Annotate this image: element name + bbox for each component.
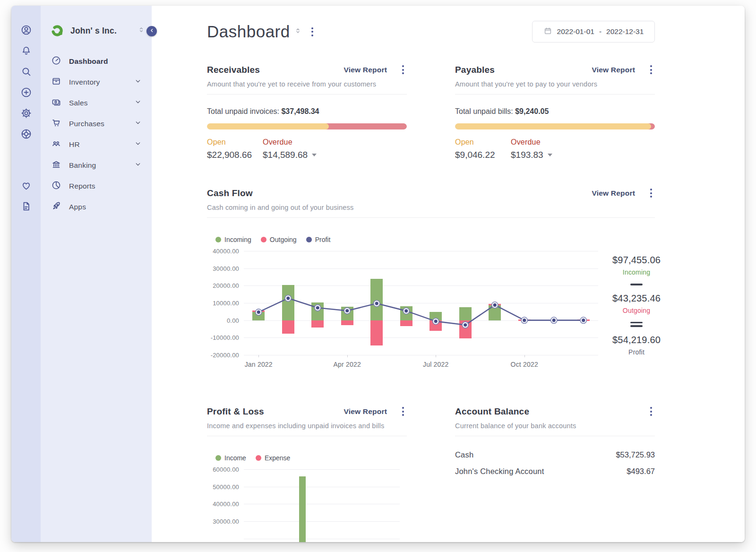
hr-people-icon	[51, 138, 61, 151]
profitloss-plot[interactable]	[244, 469, 400, 542]
overdue-amount: $14,589.68	[263, 150, 308, 160]
sidebar-item-banking[interactable]: Banking	[41, 155, 152, 176]
legend-item[interactable]: Outgoing	[261, 236, 297, 243]
account-balance-kebab-menu[interactable]	[647, 405, 655, 418]
profit-point-dot	[552, 319, 556, 322]
legend-label: Expense	[265, 454, 290, 462]
profit-line	[258, 298, 584, 325]
company-name[interactable]: John' s Inc.	[70, 26, 137, 36]
legend-item[interactable]: Profit	[306, 236, 331, 243]
x-tick-mark	[436, 355, 436, 357]
overdue-caret-icon[interactable]	[312, 154, 317, 156]
account-balance-value: $53,725.93	[616, 450, 655, 459]
profitloss-view-report-link[interactable]: View Report	[344, 407, 387, 416]
equals-sign	[630, 322, 643, 327]
cashflow-plot[interactable]	[244, 251, 598, 355]
heart-icon	[20, 180, 32, 193]
profitloss-kebab-menu[interactable]	[399, 405, 407, 418]
y-tick-label: 60000.00	[213, 466, 239, 473]
bar-income[interactable]	[299, 476, 306, 542]
overdue-label: Overdue	[511, 138, 567, 147]
gridline	[244, 521, 400, 522]
favorites-button[interactable]	[20, 180, 32, 192]
account-list: Cash $53,725.93 John's Checking Account …	[455, 447, 655, 480]
sidebar-item-purchases[interactable]: Purchases	[41, 113, 152, 134]
main-content: Dashboard 2022-01-01 - 2022-12-31 Receiv…	[152, 6, 745, 542]
chevron-down-icon	[135, 120, 141, 128]
company-selector[interactable]: John' s Inc.	[41, 6, 152, 38]
y-tick-label: 30000.00	[213, 518, 239, 525]
company-logo-icon	[50, 24, 64, 38]
payables-kebab-menu[interactable]	[647, 63, 655, 76]
sidebar-item-dashboard[interactable]: Dashboard	[41, 51, 152, 72]
gridline	[244, 487, 400, 487]
account-balance-title: Account Balance	[455, 406, 551, 417]
profit-total-label: Profit	[628, 348, 644, 356]
legend-item[interactable]: Income	[215, 454, 246, 462]
account-row[interactable]: Cash $53,725.93	[455, 447, 655, 463]
receivables-card: Receivables View Report Amount that you'…	[207, 63, 407, 160]
profit-point-dot	[257, 310, 260, 314]
title-sort-chevrons-icon[interactable]	[290, 26, 302, 38]
legend-dot-icon	[215, 455, 221, 461]
quick-add-button[interactable]	[20, 87, 32, 99]
notifications-button[interactable]	[20, 45, 32, 58]
account-row[interactable]: John's Checking Account $493.67	[455, 463, 655, 480]
legend-item[interactable]: Incoming	[215, 236, 251, 243]
document-icon	[20, 200, 32, 214]
x-tick-mark	[524, 355, 525, 357]
user-icon	[20, 24, 32, 38]
overdue-label: Overdue	[263, 138, 318, 147]
cashflow-view-report-link[interactable]: View Report	[592, 189, 636, 198]
divider	[207, 217, 655, 218]
inventory-box-icon	[51, 76, 61, 88]
sidebar-nav: Dashboard Inventory Sales Purchases HR	[41, 51, 152, 217]
profit-point-dot	[375, 302, 378, 305]
profitloss-y-axis: 60000.0050000.0040000.0030000.00	[207, 469, 244, 542]
account-balance-subtitle: Current balance of your bank accounts	[455, 422, 655, 430]
cashflow-kebab-menu[interactable]	[647, 187, 655, 199]
cashflow-legend: IncomingOutgoingProfit	[207, 236, 655, 243]
receivables-title: Receivables	[207, 65, 344, 75]
sidebar-item-sales[interactable]: Sales	[41, 93, 152, 113]
y-tick-label: 20000.00	[213, 282, 239, 289]
progress-overdue-segment	[326, 123, 407, 129]
sidebar-item-apps[interactable]: Apps	[41, 197, 152, 217]
y-tick-label: -10000.00	[211, 334, 239, 341]
user-button[interactable]	[20, 25, 32, 37]
dashboard-gauge-icon	[51, 55, 61, 68]
search-button[interactable]	[20, 66, 32, 78]
y-tick-label: 40000.00	[213, 500, 239, 508]
chevron-down-icon	[135, 161, 141, 170]
calendar-icon	[543, 26, 552, 37]
x-tick-label: Jan 2022	[245, 361, 273, 368]
settings-button[interactable]	[20, 108, 32, 120]
sidebar-item-hr[interactable]: HR	[41, 134, 152, 155]
cashflow-x-axis: Jan 2022Apr 2022Jul 2022Oct 2022	[244, 355, 598, 371]
date-range-picker[interactable]: 2022-01-01 - 2022-12-31	[532, 21, 655, 43]
bell-icon	[20, 45, 32, 59]
cashflow-y-axis: 40000.0030000.0020000.0010000.000.00-100…	[207, 251, 244, 355]
sidebar-item-inventory[interactable]: Inventory	[41, 72, 152, 93]
legend-label: Income	[224, 454, 246, 462]
documents-button[interactable]	[20, 201, 32, 213]
sidebar-panel: John' s Inc. Dashboard Inventory Sales	[41, 6, 152, 542]
receivables-view-report-link[interactable]: View Report	[344, 66, 387, 74]
overdue-caret-icon[interactable]	[548, 154, 552, 156]
x-tick-mark	[347, 355, 348, 357]
chevron-down-icon	[135, 99, 141, 107]
receivables-kebab-menu[interactable]	[399, 63, 407, 76]
cashflow-subtitle: Cash coming in and going out of your bus…	[207, 204, 655, 211]
y-tick-label: 10000.00	[213, 300, 239, 307]
profitloss-card: Profit & Loss View Report Income and exp…	[207, 405, 407, 542]
minus-sign	[630, 284, 643, 285]
chevron-down-icon	[135, 78, 141, 86]
legend-item[interactable]: Expense	[256, 454, 290, 462]
language-button[interactable]	[20, 129, 32, 141]
sidebar-collapse-button[interactable]	[146, 26, 157, 36]
payables-view-report-link[interactable]: View Report	[592, 66, 636, 74]
profit-point-dot	[345, 309, 349, 312]
receivables-subtitle: Amount that you're yet to receive from y…	[207, 80, 407, 88]
sidebar-item-reports[interactable]: Reports	[41, 176, 152, 197]
page-kebab-menu[interactable]	[309, 26, 316, 38]
